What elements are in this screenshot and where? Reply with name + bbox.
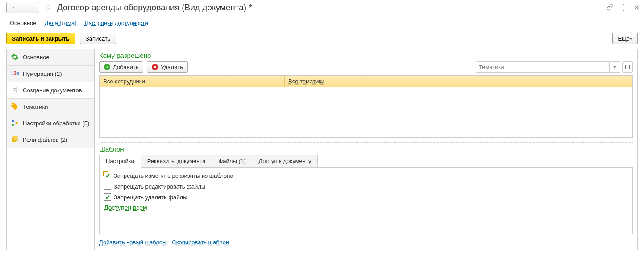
svg-rect-5	[12, 120, 14, 122]
add-label: Добавить	[113, 64, 138, 70]
check-label: Запрещать изменять реквизиты из шаблона	[114, 172, 233, 179]
close-icon[interactable]: ✕	[634, 4, 640, 12]
kebab-icon[interactable]: ⋮	[619, 4, 627, 12]
more-button[interactable]: Еще	[612, 33, 638, 44]
all-topics-link[interactable]: Все тематики	[288, 78, 324, 85]
delete-label: Удалить	[161, 64, 183, 70]
checkbox-forbid-delete-files[interactable]: ✔	[104, 193, 111, 201]
svg-rect-6	[12, 124, 14, 126]
sidebar-item-label: Создание документов	[23, 87, 82, 94]
cell-employees[interactable]: Все сотрудники	[100, 76, 285, 87]
divider	[99, 142, 633, 143]
cell-topics[interactable]: Все тематики	[285, 76, 328, 87]
filter-expand-button[interactable]	[622, 61, 633, 73]
topic-filter-input[interactable]	[476, 61, 610, 73]
svg-rect-9	[13, 136, 17, 141]
star-icon[interactable]: ☆	[44, 3, 53, 12]
plus-icon: +	[104, 64, 110, 70]
sidebar-item-main[interactable]: Основное	[7, 49, 94, 66]
sidebar-item-label: Настройки обработки (5)	[23, 120, 89, 127]
sidebar-item-label: Роли файлов (2)	[23, 136, 67, 143]
svg-rect-10	[626, 65, 630, 69]
filter-box: ▾	[476, 61, 633, 73]
forward-button[interactable]: →	[23, 2, 39, 13]
sidebar-item-create-docs[interactable]: Создание документов	[7, 82, 94, 99]
cross-icon: ×	[152, 64, 158, 70]
check-row-forbid-delete-files: ✔ Запрещать удалять файлы	[104, 193, 628, 201]
copy-template-link[interactable]: Скопировать шаблон	[172, 239, 229, 246]
processing-icon	[10, 119, 19, 127]
allowed-toolbar: + Добавить × Удалить ▾	[99, 61, 633, 73]
save-button[interactable]: Записать	[80, 33, 116, 44]
template-tabs: Настройки Реквизиты документа Файлы (1) …	[99, 155, 633, 168]
available-all-link[interactable]: Доступен всем	[104, 204, 147, 211]
svg-rect-7	[16, 122, 18, 124]
add-template-link[interactable]: Добавить новый шаблон	[99, 239, 166, 246]
template-bottom-links: Добавить новый шаблон Скопировать шаблон	[99, 239, 633, 246]
check-row-forbid-edit-files: Запрещать редактировать файлы	[104, 183, 628, 190]
main-panel: Основное 123 Нумерация (2) Создание доку…	[6, 49, 638, 250]
check-label: Запрещать редактировать файлы	[114, 183, 205, 190]
template-title: Шаблон	[99, 145, 633, 153]
files-icon	[10, 135, 19, 144]
numbering-icon: 123	[10, 69, 19, 78]
sidebar-item-numbering[interactable]: 123 Нумерация (2)	[7, 66, 94, 82]
checkbox-forbid-edit-files[interactable]	[104, 183, 111, 190]
add-button[interactable]: + Добавить	[99, 61, 143, 73]
tab-doc-access[interactable]: Доступ к документу	[252, 155, 318, 167]
check-row-forbid-attrs: ✔ Запрещать изменять реквизиты из шаблон…	[104, 172, 628, 179]
table-row[interactable]: Все сотрудники Все тематики	[100, 76, 632, 87]
content-area: Кому разрешено + Добавить × Удалить ▾ Вс…	[95, 49, 637, 250]
check-label: Запрещать удалять файлы	[114, 194, 187, 201]
tab-settings[interactable]: Настройки	[99, 155, 141, 168]
back-button[interactable]: ←	[7, 2, 23, 13]
filter-dropdown-button[interactable]: ▾	[610, 61, 620, 73]
tab-main[interactable]: Основное	[10, 20, 37, 26]
tab-files[interactable]: Файлы (1)	[212, 155, 252, 167]
template-tab-body: ✔ Запрещать изменять реквизиты из шаблон…	[99, 168, 633, 234]
sidebar-item-topics[interactable]: Тематики	[7, 99, 94, 115]
sidebar-item-processing[interactable]: Настройки обработки (5)	[7, 115, 94, 131]
save-close-button[interactable]: Записать и закрыть	[6, 33, 75, 44]
gear-icon	[10, 53, 19, 62]
sidebar-item-file-roles[interactable]: Роли файлов (2)	[7, 131, 94, 148]
svg-rect-0	[12, 87, 17, 93]
page-title: Договор аренды оборудования (Вид докумен…	[57, 3, 603, 12]
document-icon	[10, 86, 19, 94]
tab-attrs[interactable]: Реквизиты документа	[141, 155, 212, 167]
top-tabs: Основное Дела (тома) Настройки доступнос…	[0, 15, 644, 29]
tab-cases[interactable]: Дела (тома)	[45, 20, 77, 26]
link-icon[interactable]	[606, 4, 613, 12]
toolbar: Записать и закрыть Записать Еще	[0, 29, 644, 49]
allowed-grid[interactable]: Все сотрудники Все тематики	[99, 75, 633, 138]
title-actions: ⋮ ✕	[606, 4, 640, 12]
tab-access[interactable]: Настройки доступности	[84, 20, 148, 26]
checkbox-forbid-attrs[interactable]: ✔	[104, 172, 111, 179]
titlebar: ← → ☆ Договор аренды оборудования (Вид д…	[0, 0, 644, 15]
tag-icon	[10, 102, 19, 111]
delete-button[interactable]: × Удалить	[147, 61, 188, 73]
svg-point-4	[12, 104, 13, 105]
nav-buttons: ← →	[6, 2, 39, 13]
sidebar-item-label: Основное	[23, 54, 50, 61]
sidebar: Основное 123 Нумерация (2) Создание доку…	[7, 49, 95, 250]
sidebar-item-label: Нумерация (2)	[23, 70, 62, 77]
allowed-title: Кому разрешено	[99, 52, 633, 59]
sidebar-item-label: Тематики	[23, 103, 48, 110]
